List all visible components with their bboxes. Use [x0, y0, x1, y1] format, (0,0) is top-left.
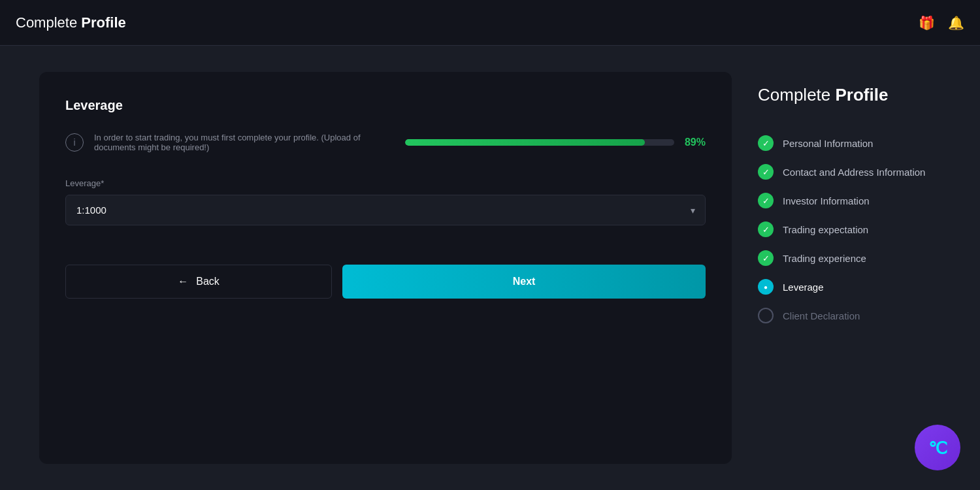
header-actions: 🎁 🔔: [919, 15, 964, 31]
leverage-label: Leverage*: [65, 178, 706, 188]
info-bar: i In order to start trading, you must fi…: [65, 133, 706, 152]
sidebar-label-leverage: Leverage: [783, 282, 824, 293]
app-logo: Complete Profile: [16, 14, 126, 31]
sidebar-label-expectation: Trading expectation: [783, 224, 868, 235]
sidebar-label-contact: Contact and Address Information: [783, 167, 925, 178]
sidebar-label-investor: Investor Information: [783, 195, 870, 206]
info-icon: i: [65, 133, 84, 152]
progress-bar-fill: [405, 139, 645, 146]
sidebar-item-contact-address[interactable]: ✓ Contact and Address Information: [758, 157, 941, 186]
bottom-brand-logo[interactable]: ℃: [915, 425, 960, 470]
gift-icon[interactable]: 🎁: [919, 15, 935, 31]
main-layout: Leverage i In order to start trading, yo…: [0, 46, 980, 490]
sidebar-title-normal: Complete: [758, 85, 836, 105]
button-row: ← Back Next: [65, 265, 706, 299]
section-title: Leverage: [65, 98, 706, 113]
bell-icon[interactable]: 🔔: [948, 15, 964, 31]
brand-logo-icon: ℃: [926, 436, 949, 459]
sidebar-title-bold: Profile: [836, 85, 889, 105]
sidebar-item-trading-experience[interactable]: ✓ Trading experience: [758, 244, 941, 272]
logo-text-normal: Complete: [16, 14, 81, 31]
leverage-select[interactable]: 1:1 1:10 1:50 1:100 1:200 1:500 1:1000: [65, 195, 706, 225]
logo-text-bold: Profile: [81, 14, 125, 31]
progress-percent: 89%: [685, 137, 706, 148]
sidebar-item-trading-expectation[interactable]: ✓ Trading expectation: [758, 215, 941, 244]
app-header: Complete Profile 🎁 🔔: [0, 0, 980, 46]
progress-section: 89%: [405, 137, 706, 148]
sidebar-label-experience: Trading experience: [783, 253, 866, 264]
pending-icon-declaration: [758, 308, 774, 323]
check-icon-expectation: ✓: [758, 221, 774, 237]
current-icon-leverage: ●: [758, 279, 774, 295]
next-button[interactable]: Next: [342, 265, 706, 299]
back-label: Back: [196, 276, 220, 287]
sidebar-label-declaration: Client Declaration: [783, 310, 860, 321]
progress-bar-container: [405, 139, 674, 146]
check-icon-personal: ✓: [758, 135, 774, 151]
sidebar-item-client-declaration[interactable]: Client Declaration: [758, 301, 941, 330]
check-icon-experience: ✓: [758, 250, 774, 266]
leverage-select-wrapper: 1:1 1:10 1:50 1:100 1:200 1:500 1:1000 ▾: [65, 195, 706, 225]
check-icon-investor: ✓: [758, 193, 774, 208]
check-icon-contact: ✓: [758, 164, 774, 180]
form-panel: Leverage i In order to start trading, yo…: [39, 72, 732, 464]
leverage-field-group: Leverage* 1:1 1:10 1:50 1:100 1:200 1:50…: [65, 178, 706, 225]
sidebar-item-investor-information[interactable]: ✓ Investor Information: [758, 186, 941, 215]
svg-text:℃: ℃: [928, 438, 947, 458]
sidebar-item-leverage[interactable]: ● Leverage: [758, 272, 941, 301]
back-arrow-icon: ←: [178, 276, 188, 287]
sidebar: Complete Profile ✓ Personal Information …: [758, 72, 941, 464]
sidebar-items-list: ✓ Personal Information ✓ Contact and Add…: [758, 129, 941, 330]
info-message: In order to start trading, you must firs…: [94, 133, 395, 152]
sidebar-title: Complete Profile: [758, 85, 941, 105]
sidebar-item-personal-information[interactable]: ✓ Personal Information: [758, 129, 941, 157]
back-button[interactable]: ← Back: [65, 265, 332, 299]
sidebar-label-personal: Personal Information: [783, 138, 873, 149]
